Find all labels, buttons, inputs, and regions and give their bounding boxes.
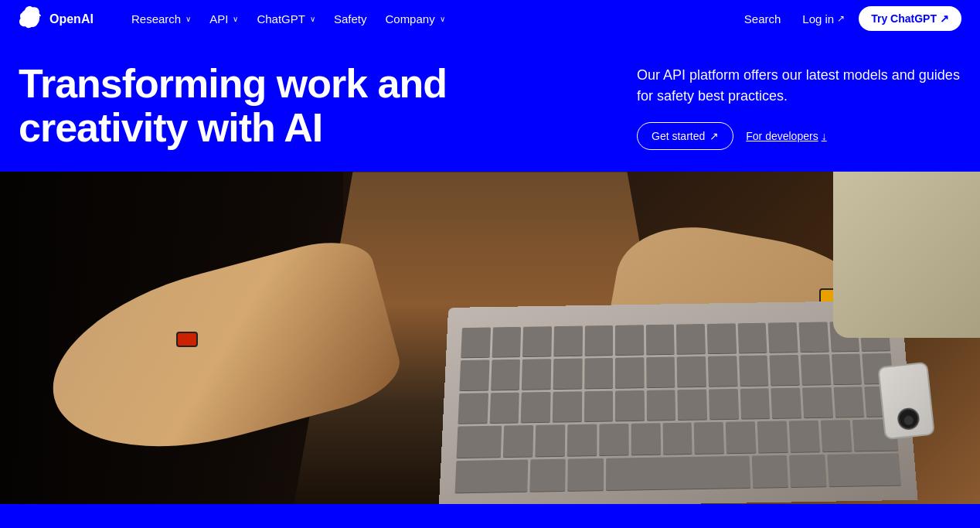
scene-cushion (833, 172, 980, 338)
arrow-icon: ↗ (940, 12, 949, 25)
nav-research[interactable]: Research ∨ (124, 8, 199, 30)
openai-wordmark: OpenAI (49, 11, 99, 26)
arrow-icon: ↗ (709, 130, 719, 142)
chevron-down-icon: ∨ (233, 15, 238, 23)
login-link[interactable]: Log in ↗ (795, 8, 852, 30)
chevron-down-icon: ∨ (310, 15, 315, 23)
try-chatgpt-button[interactable]: Try ChatGPT ↗ (859, 6, 961, 31)
hero-left: Transforming work and creativity with AI (19, 62, 575, 150)
arrow-down-icon: ↓ (822, 130, 827, 142)
nav-right: Search Log in ↗ Try ChatGPT ↗ (737, 6, 961, 31)
hero-section: Transforming work and creativity with AI… (0, 37, 980, 172)
chevron-down-icon: ∨ (440, 15, 445, 23)
nav-api[interactable]: API ∨ (202, 8, 246, 30)
hero-right: Our API platform offers our latest model… (637, 62, 961, 150)
hero-image-scene (0, 172, 980, 504)
phone-on-surface (877, 362, 935, 440)
nav-company[interactable]: Company ∨ (377, 8, 452, 30)
svg-text:OpenAI: OpenAI (49, 12, 94, 26)
hero-image-container: ⊞ ⊟ ⊠ ⚙ (0, 172, 980, 504)
get-started-button[interactable]: Get started ↗ (637, 122, 733, 150)
nav-chatgpt[interactable]: ChatGPT ∨ (249, 8, 323, 30)
openai-logo-icon (19, 6, 43, 31)
scene-watch-red (176, 332, 198, 347)
hero-buttons: Get started ↗ For developers ↓ (637, 122, 961, 150)
nav-links: Research ∨ API ∨ ChatGPT ∨ Safety Compan… (124, 8, 737, 30)
external-link-icon: ↗ (837, 13, 845, 24)
logo-link[interactable]: OpenAI (19, 6, 99, 31)
search-button[interactable]: Search (737, 8, 789, 30)
navigation: OpenAI Research ∨ API ∨ ChatGPT ∨ Safety… (0, 0, 980, 37)
hero-title: Transforming work and creativity with AI (19, 62, 575, 150)
for-developers-button[interactable]: For developers ↓ (746, 130, 826, 142)
hero-description: Our API platform offers our latest model… (637, 65, 961, 107)
nav-safety[interactable]: Safety (326, 8, 375, 30)
chevron-down-icon: ∨ (185, 15, 191, 23)
